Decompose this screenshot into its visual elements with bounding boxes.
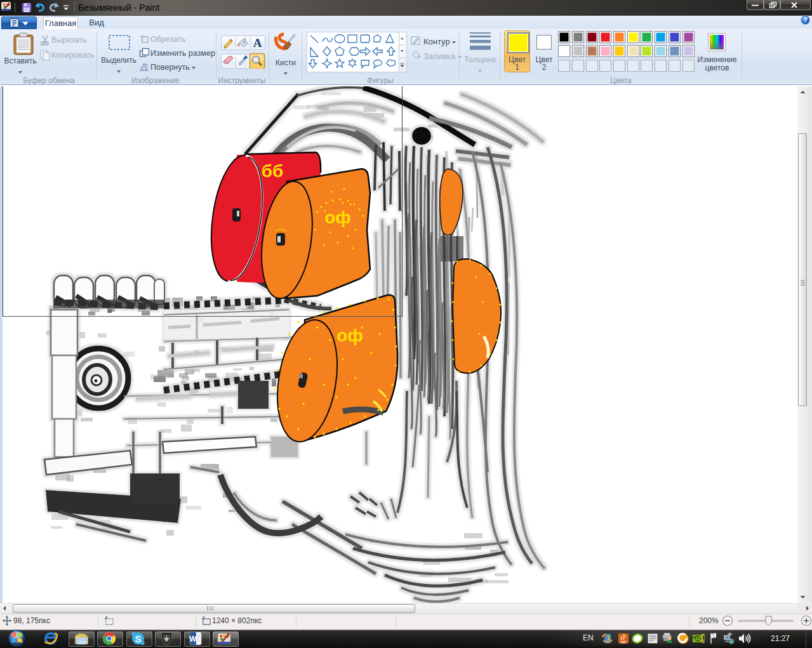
svg-text:оф: оф [336,326,363,345]
svg-text:бб: бб [262,161,284,181]
svg-text:W: W [189,635,197,644]
svg-text:A: A [253,36,262,50]
svg-text:оф: оф [324,208,351,227]
svg-text:S: S [135,633,141,644]
